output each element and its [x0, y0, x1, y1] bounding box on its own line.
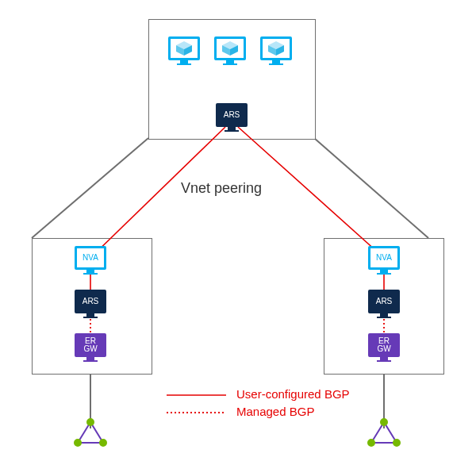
nva-label: NVA	[83, 254, 98, 262]
spoke-left-ergw: ERGW	[75, 333, 106, 362]
wan-triangle-left	[75, 419, 106, 446]
nva-label: NVA	[376, 254, 392, 262]
wan-triangle-right	[368, 419, 400, 446]
svg-line-1	[314, 138, 428, 238]
ars-label: ARS	[83, 298, 99, 305]
svg-point-14	[75, 440, 81, 446]
svg-line-0	[32, 138, 148, 238]
svg-marker-12	[78, 422, 103, 443]
hub-vm-1	[168, 36, 200, 65]
hub-vm-3	[260, 36, 292, 65]
ars-label: ARS	[376, 298, 393, 305]
legend-managed-bgp: Managed BGP	[236, 405, 314, 418]
legend-user-bgp: User-configured BGP	[236, 387, 350, 401]
svg-marker-16	[371, 422, 397, 443]
spoke-left-nva: NVA	[75, 246, 106, 275]
spoke-right-nva: NVA	[368, 246, 400, 275]
hub-vm-2	[214, 36, 246, 65]
cube-icon	[267, 40, 286, 56]
cube-icon	[175, 40, 194, 56]
spoke-right-ars: ARS	[368, 290, 400, 318]
svg-point-13	[87, 419, 94, 425]
spoke-right-ergw: ERGW	[368, 333, 400, 362]
svg-point-15	[100, 440, 106, 446]
svg-point-19	[393, 440, 400, 446]
spoke-left-ars: ARS	[75, 290, 106, 318]
hub-ars: ARS	[216, 103, 248, 132]
svg-point-18	[368, 440, 374, 446]
ars-label: ARS	[224, 111, 240, 119]
cube-icon	[221, 40, 240, 56]
vnet-peering-label: Vnet peering	[181, 180, 262, 197]
svg-point-17	[381, 419, 387, 425]
ergw-label: ERGW	[83, 337, 97, 353]
ergw-label: ERGW	[377, 337, 390, 353]
